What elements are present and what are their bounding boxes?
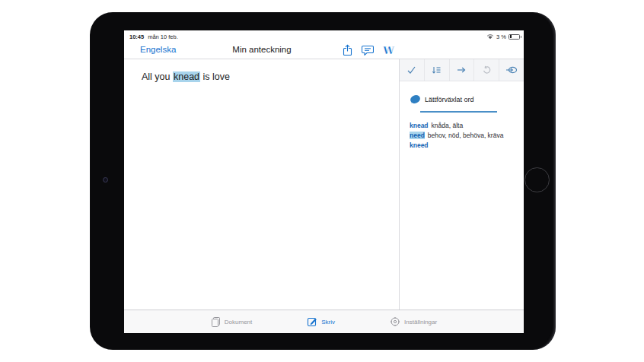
- tab-label: Skriv: [321, 319, 335, 325]
- highlighted-word[interactable]: knead: [173, 71, 200, 82]
- tab-skriv[interactable]: Skriv: [307, 316, 335, 327]
- wifi-icon: [486, 33, 494, 40]
- w-logo-icon[interactable]: W: [381, 43, 395, 57]
- compose-icon: [307, 316, 317, 327]
- bottom-tab-bar: Dokument Skriv Inställningar: [124, 310, 524, 333]
- editor-text-after: is love: [200, 71, 230, 82]
- suggestion-word-selected[interactable]: need: [410, 132, 425, 139]
- suggestion-panel: Lättförväxlat ord kneadknåda, älta needb…: [400, 59, 524, 310]
- tab-installningar[interactable]: Inställningar: [390, 316, 437, 327]
- tab-dokument[interactable]: Dokument: [211, 316, 252, 327]
- suggestion-word[interactable]: kneed: [410, 141, 429, 149]
- word-entry: needbehov, nöd, behöva, kräva: [410, 131, 518, 141]
- undo-button[interactable]: [474, 59, 499, 81]
- panel-toolbar: [400, 59, 524, 81]
- word-entry: kneadknåda, älta: [410, 121, 518, 131]
- tab-label: Inställningar: [404, 319, 437, 325]
- settings-gear-icon: [390, 316, 400, 327]
- word-blob-icon: [410, 94, 421, 104]
- section-underline: [420, 111, 497, 113]
- front-camera: [103, 177, 108, 183]
- nav-bar: Engelska Min anteckning: [124, 41, 524, 59]
- word-translation: behov, nöd, behöva, kräva: [428, 132, 504, 139]
- battery-percent: 3 %: [496, 33, 506, 40]
- tab-label: Dokument: [225, 319, 252, 325]
- share-icon[interactable]: [340, 43, 354, 57]
- home-button[interactable]: [524, 167, 550, 192]
- status-bar: 10:45 mån 10 feb. 3 %: [124, 30, 524, 41]
- screen: 10:45 mån 10 feb. 3 % Engelska Min antec…: [124, 30, 524, 333]
- section-header: Lättförväxlat ord: [410, 94, 518, 104]
- section-title: Lättförväxlat ord: [425, 96, 474, 103]
- word-entry: kneed: [410, 141, 518, 151]
- editor-text-before: All you: [142, 71, 173, 82]
- sort-list-button[interactable]: [425, 59, 450, 81]
- word-entries: kneadknåda, älta needbehov, nöd, behöva,…: [410, 121, 518, 151]
- word-translation: knåda, älta: [432, 122, 464, 129]
- clock: 10:45: [129, 33, 144, 40]
- replace-word-button[interactable]: [499, 59, 524, 81]
- accept-check-button[interactable]: [400, 59, 425, 81]
- text-editor[interactable]: All you knead is love: [124, 59, 400, 310]
- tablet-frame: 10:45 mån 10 feb. 3 % Engelska Min antec…: [90, 12, 556, 350]
- date: mån 10 feb.: [148, 33, 178, 40]
- battery-icon: [509, 34, 520, 40]
- comment-icon[interactable]: [361, 43, 375, 57]
- next-arrow-button[interactable]: [450, 59, 475, 81]
- suggestion-word[interactable]: knead: [410, 122, 429, 129]
- documents-icon: [211, 316, 221, 327]
